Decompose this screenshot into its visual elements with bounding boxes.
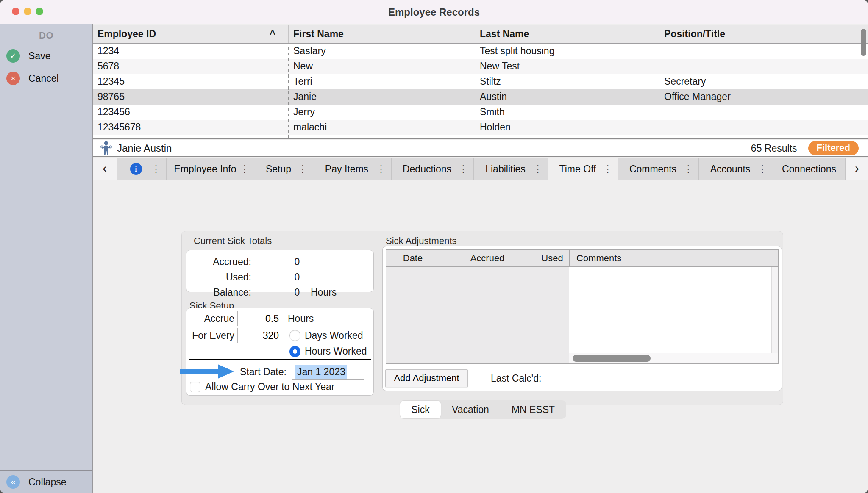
cancel-button[interactable]: × Cancel bbox=[6, 71, 90, 86]
column-header-position-title[interactable]: Position/Title bbox=[659, 25, 868, 43]
table-row-partial bbox=[93, 135, 868, 138]
totals-suffix: Hours bbox=[311, 287, 337, 298]
adj-column-date[interactable]: Date bbox=[386, 253, 440, 264]
kebab-menu-icon[interactable]: ⋮ bbox=[298, 163, 307, 174]
tab-mn-esst[interactable]: MN ESST bbox=[500, 400, 566, 419]
adjustments-panel: Date Accrued Used Comments bbox=[382, 246, 782, 391]
table-row-selected[interactable]: 98765 Janie Austin Office Manager bbox=[93, 89, 868, 105]
adj-column-accrued[interactable]: Accrued bbox=[440, 253, 535, 264]
cell-position-title: Office Manager bbox=[659, 89, 868, 105]
tab-label: Accounts bbox=[710, 163, 762, 175]
cancel-x-icon: × bbox=[6, 72, 20, 85]
tab-setup[interactable]: Setup ⋮ bbox=[255, 158, 313, 180]
tab-employee-info[interactable]: Employee Info ⋮ bbox=[167, 158, 255, 180]
table-vertical-scrollbar[interactable] bbox=[861, 29, 866, 56]
tabs-scroll-left-button[interactable]: ‹ bbox=[93, 158, 117, 180]
cell-position-title bbox=[659, 59, 868, 74]
table-row[interactable]: 12345678 malachi Holden bbox=[93, 120, 868, 135]
tab-label: Liabilities bbox=[485, 163, 537, 175]
carry-over-row: Allow Carry Over to Next Year bbox=[190, 381, 335, 393]
column-label: Position/Title bbox=[664, 25, 725, 43]
accrue-input[interactable] bbox=[237, 311, 283, 326]
adj-column-used[interactable]: Used bbox=[535, 253, 569, 264]
totals-label: Balance: bbox=[186, 287, 251, 298]
tab-connections[interactable]: Connections bbox=[773, 158, 846, 180]
cell-employee-id: 1234 bbox=[93, 44, 289, 59]
adjustments-group-title: Sick Adjustments bbox=[386, 235, 457, 246]
days-worked-radio[interactable] bbox=[289, 330, 300, 341]
tab-accounts[interactable]: Accounts ⋮ bbox=[699, 158, 773, 180]
column-header-employee-id[interactable]: Employee ID ^ bbox=[93, 25, 289, 43]
tab-liabilities[interactable]: Liabilities ⋮ bbox=[474, 158, 548, 180]
for-every-row: For Every Days Worked bbox=[186, 328, 363, 343]
tab-pay-items[interactable]: Pay Items ⋮ bbox=[313, 158, 392, 180]
tab-comments[interactable]: Comments ⋮ bbox=[618, 158, 699, 180]
totals-row-accrued: Accrued: 0 bbox=[186, 255, 373, 269]
sidebar-section-header: DO bbox=[0, 30, 92, 41]
table-row[interactable]: 12345 Terri Stiltz Secretary bbox=[93, 74, 868, 89]
table-row[interactable]: 123456 Jerry Smith bbox=[93, 105, 868, 120]
tab-vacation[interactable]: Vacation bbox=[441, 400, 500, 419]
cell-employee-id: 123456 bbox=[93, 105, 289, 120]
last-calcd-label: Last Calc'd: bbox=[491, 369, 541, 387]
collapse-button[interactable]: « Collapse bbox=[0, 470, 92, 493]
kebab-menu-icon[interactable]: ⋮ bbox=[151, 163, 161, 174]
accrue-unit-label: Hours bbox=[288, 313, 314, 324]
table-row[interactable]: 5678 New New Test bbox=[93, 59, 868, 74]
hours-worked-label: Hours Worked bbox=[305, 346, 367, 357]
cell-first-name: Janie bbox=[289, 89, 475, 105]
comments-vertical-scrollbar[interactable] bbox=[771, 267, 778, 353]
adjustments-table-body bbox=[386, 267, 778, 363]
save-button[interactable]: ✓ Save bbox=[6, 48, 90, 64]
collapse-label: Collapse bbox=[28, 476, 67, 488]
kebab-menu-icon[interactable]: ⋮ bbox=[684, 163, 693, 174]
totals-group-title: Current Sick Totals bbox=[194, 235, 272, 246]
carry-over-checkbox[interactable] bbox=[190, 382, 200, 392]
selected-record-name: Janie Austin bbox=[117, 142, 172, 154]
sort-ascending-icon: ^ bbox=[270, 25, 275, 43]
kebab-menu-icon[interactable]: ⋮ bbox=[603, 163, 612, 174]
cell-position-title bbox=[659, 44, 868, 59]
cell-position-title bbox=[659, 120, 868, 135]
tab-label: MN ESST bbox=[512, 404, 555, 415]
cell-last-name: Stiltz bbox=[475, 74, 659, 89]
table-row[interactable]: 1234 Saslary Test split housing bbox=[93, 44, 868, 59]
accrue-label: Accrue bbox=[186, 313, 234, 324]
comments-empty-area[interactable] bbox=[569, 267, 771, 353]
tabs-scroll-right-button[interactable]: › bbox=[846, 158, 868, 180]
main-area: Employee ID ^ First Name Last Name Posit… bbox=[92, 24, 868, 493]
tab-info[interactable]: i ⋮ bbox=[117, 158, 167, 180]
titlebar: Employee Records bbox=[0, 0, 868, 24]
cell-last-name: Test split housing bbox=[475, 44, 659, 59]
for-every-input[interactable] bbox=[237, 328, 283, 343]
kebab-menu-icon[interactable]: ⋮ bbox=[459, 163, 468, 174]
column-header-first-name[interactable]: First Name bbox=[289, 25, 475, 43]
column-label: Employee ID bbox=[97, 25, 156, 43]
employee-table-body: 1234 Saslary Test split housing 5678 New… bbox=[93, 44, 868, 138]
sick-settings-container: Current Sick Totals Accrued: 0 Used: 0 B… bbox=[181, 231, 783, 405]
comments-horizontal-scrollbar[interactable] bbox=[569, 353, 778, 363]
start-date-row: Start Date: Jan 1 2023 bbox=[240, 364, 364, 380]
kebab-menu-icon[interactable]: ⋮ bbox=[376, 163, 386, 174]
chevron-left-icon: ‹ bbox=[103, 161, 107, 175]
setup-divider bbox=[189, 359, 371, 360]
cell-first-name: New bbox=[289, 59, 475, 74]
employee-person-icon bbox=[100, 141, 112, 155]
totals-value: 0 bbox=[289, 271, 306, 283]
start-date-input[interactable]: Jan 1 2023 bbox=[292, 364, 364, 380]
tab-label: Employee Info bbox=[174, 163, 247, 175]
kebab-menu-icon[interactable]: ⋮ bbox=[758, 163, 767, 174]
tab-sick[interactable]: Sick bbox=[400, 401, 441, 418]
hours-worked-radio[interactable] bbox=[289, 346, 300, 357]
add-adjustment-button[interactable]: Add Adjustment bbox=[385, 369, 468, 387]
tab-time-off[interactable]: Time Off ⋮ bbox=[548, 158, 618, 180]
adjustments-rows-area bbox=[386, 267, 569, 363]
tab-deductions[interactable]: Deductions ⋮ bbox=[392, 158, 474, 180]
kebab-menu-icon[interactable]: ⋮ bbox=[240, 163, 249, 174]
horizontal-scroll-thumb[interactable] bbox=[573, 355, 651, 362]
adj-column-comments[interactable]: Comments bbox=[569, 250, 778, 267]
tab-label: Vacation bbox=[452, 404, 489, 415]
kebab-menu-icon[interactable]: ⋮ bbox=[533, 163, 542, 174]
column-header-last-name[interactable]: Last Name bbox=[475, 25, 659, 43]
cell-last-name: New Test bbox=[475, 59, 659, 74]
